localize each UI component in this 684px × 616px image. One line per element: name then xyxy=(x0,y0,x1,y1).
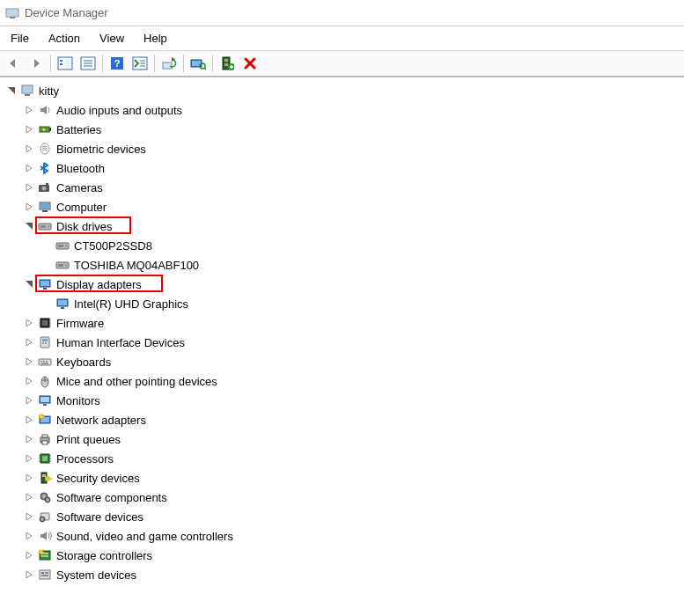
expand-icon[interactable] xyxy=(23,104,35,116)
tree-category-storage[interactable]: Storage controllers xyxy=(5,546,684,565)
tree-category-firmware[interactable]: Firmware xyxy=(5,313,684,333)
node-label: Print queues xyxy=(56,433,121,446)
show-hide-tree-button[interactable] xyxy=(54,53,77,74)
svg-rect-68 xyxy=(40,361,42,363)
update-driver-button[interactable] xyxy=(158,53,180,74)
expand-icon xyxy=(40,239,53,252)
action-menu-button[interactable] xyxy=(129,53,151,74)
expand-icon[interactable] xyxy=(23,568,35,581)
svg-rect-5 xyxy=(60,63,63,65)
network-icon xyxy=(37,412,53,428)
tree-device[interactable]: TOSHIBA MQ04ABF100 xyxy=(5,255,684,275)
svg-rect-66 xyxy=(45,342,47,344)
node-label: Processors xyxy=(56,452,114,466)
svg-rect-56 xyxy=(42,320,48,326)
node-label: Firmware xyxy=(56,317,104,330)
expand-icon[interactable] xyxy=(23,162,35,174)
collapse-icon[interactable] xyxy=(23,220,35,232)
tree-category-bluetooth[interactable]: Bluetooth xyxy=(5,158,684,178)
tree-category-disk[interactable]: Disk drives xyxy=(5,216,684,236)
forward-button[interactable] xyxy=(25,53,48,74)
tree-category-swdev[interactable]: Software devices xyxy=(5,507,684,526)
expand-icon[interactable] xyxy=(23,201,35,213)
node-label: Monitors xyxy=(56,394,100,407)
firmware-icon xyxy=(37,315,53,331)
back-button[interactable] xyxy=(2,53,25,74)
expand-icon[interactable] xyxy=(23,375,35,387)
svg-rect-30 xyxy=(25,94,30,96)
menu-action[interactable]: Action xyxy=(40,29,89,48)
expand-icon[interactable] xyxy=(23,452,35,465)
tree-root[interactable]: kitty xyxy=(5,81,684,100)
menu-file[interactable]: File xyxy=(2,29,38,48)
tree-category-computer[interactable]: Computer xyxy=(5,197,684,216)
expand-icon[interactable] xyxy=(23,123,35,136)
expand-icon[interactable] xyxy=(23,181,35,194)
disk-icon xyxy=(55,238,70,253)
expand-icon[interactable] xyxy=(23,549,35,561)
tree-category-mouse[interactable]: Mice and other pointing devices xyxy=(5,371,684,391)
tree-category-camera[interactable]: Cameras xyxy=(5,178,684,197)
tree-device[interactable]: Intel(R) UHD Graphics xyxy=(5,294,684,313)
expand-icon[interactable] xyxy=(23,336,35,348)
device-tree[interactable]: kittyAudio inputs and outputsBatteriesBi… xyxy=(0,77,684,616)
expand-icon[interactable] xyxy=(23,356,35,368)
svg-line-21 xyxy=(204,68,206,70)
tree-category-swcomp[interactable]: Software components xyxy=(5,488,684,507)
collapse-icon[interactable] xyxy=(5,84,18,97)
tree-category-hid[interactable]: Human Interface Devices xyxy=(5,333,684,352)
expand-icon[interactable] xyxy=(23,491,35,503)
app-icon xyxy=(5,6,19,20)
svg-rect-2 xyxy=(10,17,15,18)
expand-icon[interactable] xyxy=(23,472,35,484)
expand-icon[interactable] xyxy=(23,394,35,407)
tree-category-network[interactable]: Network adapters xyxy=(5,410,684,429)
tree-category-system[interactable]: System devices xyxy=(5,565,684,584)
svg-point-97 xyxy=(47,499,48,501)
node-label: Display adapters xyxy=(56,278,142,291)
uninstall-device-button[interactable] xyxy=(239,53,261,74)
svg-rect-65 xyxy=(42,342,44,344)
disk-icon xyxy=(55,257,70,273)
menu-help[interactable]: Help xyxy=(135,29,176,48)
svg-rect-42 xyxy=(40,225,46,228)
properties-button[interactable] xyxy=(77,53,99,74)
tree-category-security[interactable]: Security devices xyxy=(5,468,684,488)
svg-rect-76 xyxy=(40,397,49,402)
tree-category-battery[interactable]: Batteries xyxy=(5,120,684,139)
svg-rect-38 xyxy=(40,203,49,209)
tree-category-printer[interactable]: Print queues xyxy=(5,429,684,449)
menu-view[interactable]: View xyxy=(91,29,133,48)
expand-icon[interactable] xyxy=(23,433,35,445)
expand-icon[interactable] xyxy=(23,414,35,426)
toolbar: ? xyxy=(0,50,684,77)
keyboard-icon xyxy=(37,354,53,370)
tree-category-sound[interactable]: Sound, video and game controllers xyxy=(5,526,684,546)
svg-rect-6 xyxy=(64,59,71,68)
node-label: Batteries xyxy=(56,123,101,136)
svg-rect-77 xyxy=(43,404,47,406)
tree-category-display[interactable]: Display adapters xyxy=(5,275,684,294)
expand-icon[interactable] xyxy=(23,530,35,542)
titlebar: Device Manager xyxy=(0,0,684,26)
expand-icon[interactable] xyxy=(23,317,35,329)
expand-icon[interactable] xyxy=(23,510,35,523)
tree-category-keyboard[interactable]: Keyboards xyxy=(5,352,684,371)
tree-category-speaker[interactable]: Audio inputs and outputs xyxy=(5,100,684,120)
svg-rect-82 xyxy=(42,441,48,444)
help-button[interactable]: ? xyxy=(106,53,129,74)
tree-category-biometric[interactable]: Biometric devices xyxy=(5,139,684,158)
add-hardware-button[interactable] xyxy=(216,53,239,74)
tree-category-monitor[interactable]: Monitors xyxy=(5,391,684,410)
node-label: Audio inputs and outputs xyxy=(56,104,182,117)
speaker-icon xyxy=(37,102,53,118)
toolbar-separator xyxy=(154,55,155,72)
tree-category-cpu[interactable]: Processors xyxy=(5,449,684,468)
tree-device[interactable]: CT500P2SSD8 xyxy=(5,236,684,255)
collapse-icon[interactable] xyxy=(23,278,35,290)
expand-icon[interactable] xyxy=(23,143,35,155)
scan-hardware-button[interactable] xyxy=(187,53,210,74)
node-label: System devices xyxy=(56,568,136,582)
node-label: Disk drives xyxy=(56,220,113,233)
node-label: Human Interface Devices xyxy=(56,336,185,349)
